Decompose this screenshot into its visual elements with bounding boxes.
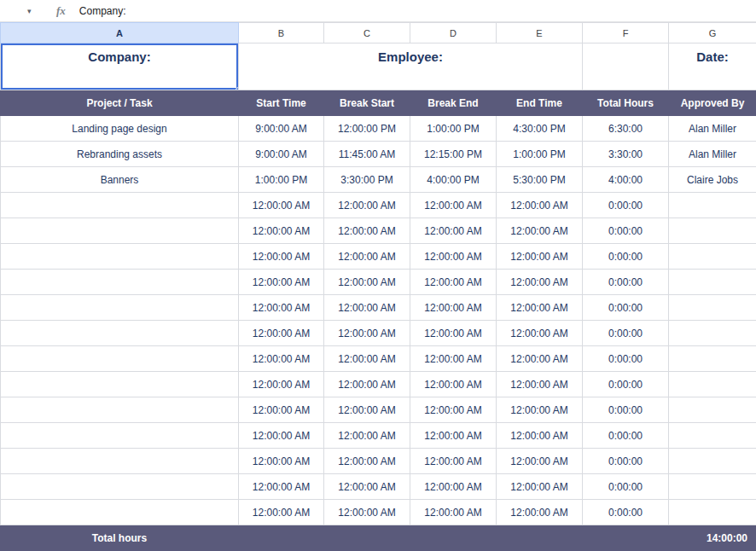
cell-project-task[interactable]: [1, 193, 239, 218]
cell-project-task[interactable]: Banners: [1, 167, 239, 193]
column-label-break-end[interactable]: Break End: [410, 90, 497, 116]
cell-end-time[interactable]: 1:00:00 PM: [497, 142, 583, 167]
cell-total-hours[interactable]: 0:00:00: [583, 321, 669, 346]
cell-end-time[interactable]: 12:00:00 AM: [497, 218, 583, 244]
cell-break-start[interactable]: 3:30:00 PM: [324, 167, 410, 193]
cell-break-end[interactable]: 12:00:00 AM: [410, 295, 497, 321]
cell-start-time[interactable]: 12:00:00 AM: [239, 423, 324, 449]
cell-total-hours[interactable]: 0:00:00: [583, 397, 669, 423]
cell-approved-by[interactable]: [669, 449, 756, 474]
cell-total-hours[interactable]: 0:00:00: [583, 244, 669, 270]
cell-end-time[interactable]: 12:00:00 AM: [497, 270, 583, 295]
cell-approved-by[interactable]: [669, 321, 756, 346]
cell-total-hours[interactable]: 3:30:00: [583, 142, 669, 167]
cell-approved-by[interactable]: [669, 193, 756, 218]
cell-break-end[interactable]: 12:00:00 AM: [410, 193, 497, 218]
cell-start-time[interactable]: 12:00:00 AM: [239, 474, 324, 500]
cell-total-hours[interactable]: 0:00:00: [583, 295, 669, 321]
cell-break-end[interactable]: 4:00:00 PM: [410, 167, 497, 193]
cell-total-hours[interactable]: 0:00:00: [583, 449, 669, 474]
cell-project-task[interactable]: [1, 295, 239, 321]
empty-title-cell[interactable]: [583, 44, 669, 90]
cell-end-time[interactable]: 5:30:00 PM: [497, 167, 583, 193]
cell-break-start[interactable]: 12:00:00 AM: [324, 500, 410, 525]
column-header-g[interactable]: G: [669, 23, 756, 44]
cell-end-time[interactable]: 12:00:00 AM: [497, 397, 583, 423]
cell-total-hours[interactable]: 0:00:00: [583, 423, 669, 449]
cell-break-end[interactable]: 12:00:00 AM: [410, 346, 497, 372]
cell-start-time[interactable]: 12:00:00 AM: [239, 372, 324, 397]
cell-project-task[interactable]: [1, 500, 239, 525]
cell-start-time[interactable]: 12:00:00 AM: [239, 321, 324, 346]
cell-break-start[interactable]: 12:00:00 AM: [324, 397, 410, 423]
cell-project-task[interactable]: [1, 449, 239, 474]
cell-total-hours[interactable]: 0:00:00: [583, 193, 669, 218]
cell-break-start[interactable]: 12:00:00 PM: [324, 116, 410, 142]
cell-approved-by[interactable]: [669, 397, 756, 423]
column-header-e[interactable]: E: [497, 23, 583, 44]
cell-start-time[interactable]: 12:00:00 AM: [239, 346, 324, 372]
column-label-break-start[interactable]: Break Start: [324, 90, 410, 116]
cell-end-time[interactable]: 12:00:00 AM: [497, 423, 583, 449]
cell-end-time[interactable]: 12:00:00 AM: [497, 474, 583, 500]
cell-break-start[interactable]: 12:00:00 AM: [324, 193, 410, 218]
cell-break-start[interactable]: 12:00:00 AM: [324, 270, 410, 295]
cell-break-end[interactable]: 12:00:00 AM: [410, 397, 497, 423]
cell-approved-by[interactable]: [669, 474, 756, 500]
cell-break-start[interactable]: 12:00:00 AM: [324, 474, 410, 500]
cell-start-time[interactable]: 9:00:00 AM: [239, 142, 324, 167]
cell-approved-by[interactable]: [669, 500, 756, 525]
cell-project-task[interactable]: [1, 321, 239, 346]
cell-project-task[interactable]: [1, 423, 239, 449]
cell-break-end[interactable]: 12:00:00 AM: [410, 218, 497, 244]
cell-end-time[interactable]: 12:00:00 AM: [497, 295, 583, 321]
column-label-total-hours[interactable]: Total Hours: [583, 90, 669, 116]
date-cell[interactable]: Date:: [669, 44, 756, 90]
cell-total-hours[interactable]: 6:30:00: [583, 116, 669, 142]
cell-total-hours[interactable]: 0:00:00: [583, 346, 669, 372]
cell-total-hours[interactable]: 0:00:00: [583, 270, 669, 295]
cell-break-end[interactable]: 12:00:00 AM: [410, 270, 497, 295]
cell-approved-by[interactable]: Alan Miller: [669, 142, 756, 167]
cell-break-end[interactable]: 12:00:00 AM: [410, 372, 497, 397]
cell-approved-by[interactable]: [669, 372, 756, 397]
fill-handle[interactable]: [236, 87, 239, 90]
cell-end-time[interactable]: 12:00:00 AM: [497, 244, 583, 270]
cell-total-hours[interactable]: 0:00:00: [583, 218, 669, 244]
cell-end-time[interactable]: 12:00:00 AM: [497, 193, 583, 218]
cell-break-start[interactable]: 12:00:00 AM: [324, 295, 410, 321]
cell-project-task[interactable]: [1, 372, 239, 397]
cell-break-end[interactable]: 12:15:00 PM: [410, 142, 497, 167]
cell-approved-by[interactable]: [669, 346, 756, 372]
cell-break-start[interactable]: 12:00:00 AM: [324, 244, 410, 270]
cell-start-time[interactable]: 12:00:00 AM: [239, 449, 324, 474]
column-label-end-time[interactable]: End Time: [497, 90, 583, 116]
cell-approved-by[interactable]: [669, 270, 756, 295]
cell-end-time[interactable]: 12:00:00 AM: [497, 500, 583, 525]
cell-break-end[interactable]: 1:00:00 PM: [410, 116, 497, 142]
cell-start-time[interactable]: 12:00:00 AM: [239, 193, 324, 218]
cell-project-task[interactable]: [1, 346, 239, 372]
cell-end-time[interactable]: 12:00:00 AM: [497, 372, 583, 397]
column-label-project-task[interactable]: Project / Task: [1, 90, 239, 116]
cell-project-task[interactable]: [1, 397, 239, 423]
cell-start-time[interactable]: 9:00:00 AM: [239, 116, 324, 142]
cell-approved-by[interactable]: [669, 244, 756, 270]
column-header-a[interactable]: A: [1, 23, 239, 44]
cell-break-end[interactable]: 12:00:00 AM: [410, 449, 497, 474]
cell-start-time[interactable]: 12:00:00 AM: [239, 500, 324, 525]
cell-start-time[interactable]: 12:00:00 AM: [239, 295, 324, 321]
namebox-dropdown-icon[interactable]: ▾: [27, 7, 56, 15]
cell-end-time[interactable]: 4:30:00 PM: [497, 116, 583, 142]
cell-project-task[interactable]: [1, 270, 239, 295]
formula-input[interactable]: Company:: [79, 5, 126, 17]
cell-approved-by[interactable]: [669, 295, 756, 321]
cell-total-hours[interactable]: 0:00:00: [583, 500, 669, 525]
cell-project-task[interactable]: Rebranding assets: [1, 142, 239, 167]
cell-break-end[interactable]: 12:00:00 AM: [410, 500, 497, 525]
cell-project-task[interactable]: [1, 244, 239, 270]
column-label-start-time[interactable]: Start Time: [239, 90, 324, 116]
cell-break-end[interactable]: 12:00:00 AM: [410, 474, 497, 500]
cell-break-start[interactable]: 11:45:00 AM: [324, 142, 410, 167]
column-header-c[interactable]: C: [324, 23, 410, 44]
